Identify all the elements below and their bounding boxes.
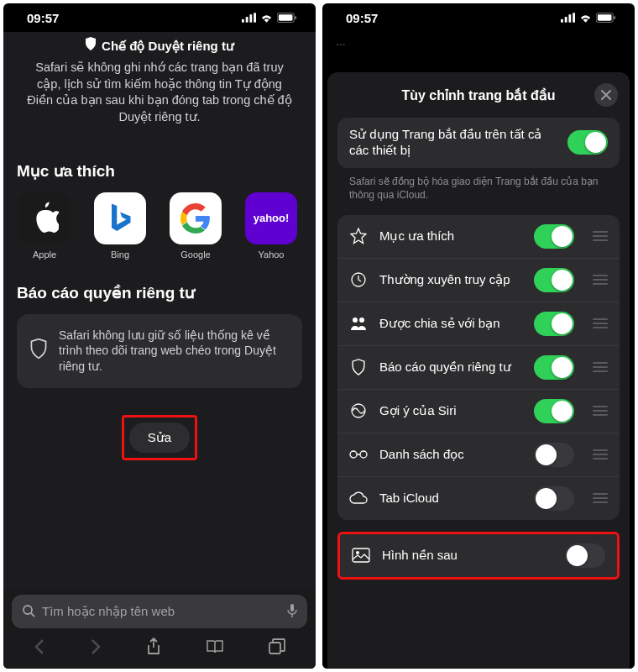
cellular-icon — [242, 11, 256, 25]
private-browsing-title: Chế độ Duyệt riêng tư — [27, 37, 292, 55]
favorite-bing[interactable]: Bing — [92, 192, 148, 260]
row-reading-list[interactable]: Danh sách đọc — [337, 433, 620, 476]
svg-rect-0 — [242, 18, 244, 22]
svg-line-8 — [31, 613, 34, 617]
svg-point-22 — [350, 451, 357, 458]
svg-point-23 — [360, 451, 367, 458]
privacy-heading: Báo cáo quyền riêng tư — [17, 283, 302, 302]
svg-rect-11 — [561, 18, 563, 22]
row-label: Mục ưa thích — [379, 228, 522, 244]
svg-rect-10 — [269, 643, 280, 654]
address-bar[interactable]: Tìm hoặc nhập tên web — [12, 595, 307, 628]
svg-rect-5 — [279, 14, 293, 20]
drag-handle-icon[interactable] — [593, 318, 608, 328]
bottom-toolbar: Tìm hoặc nhập tên web — [3, 588, 316, 669]
svg-rect-1 — [246, 17, 248, 23]
forward-button[interactable] — [90, 638, 102, 659]
drag-handle-icon[interactable] — [593, 449, 608, 459]
favorite-label: Yahoo — [243, 249, 299, 260]
row-icloud-tabs[interactable]: Tab iCloud — [337, 476, 620, 520]
shield-icon — [349, 359, 368, 375]
bookmarks-button[interactable] — [206, 639, 224, 658]
sync-label: Sử dụng Trang bắt đầu trên tất cả các th… — [349, 127, 556, 159]
favorites-row: Apple Bing Google yahoo! Yahoo — [17, 192, 302, 260]
favorite-yahoo[interactable]: yahoo! Yahoo — [243, 192, 299, 260]
favorite-label: Google — [168, 249, 223, 260]
toggle-shared[interactable] — [534, 312, 574, 336]
people-icon — [349, 316, 368, 331]
svg-point-25 — [356, 551, 359, 554]
favorite-label: Bing — [92, 249, 148, 260]
drag-handle-icon[interactable] — [593, 362, 608, 372]
privacy-report-card[interactable]: Safari không lưu giữ số liệu thống kê về… — [17, 314, 302, 389]
row-frequently-visited[interactable]: Thường xuyên truy cập — [337, 258, 620, 302]
wifi-icon — [259, 11, 274, 25]
share-button[interactable] — [146, 638, 161, 659]
row-label: Tab iCloud — [379, 491, 522, 507]
svg-rect-2 — [249, 14, 252, 22]
toggle-sync[interactable] — [567, 130, 608, 155]
toggle-reading-list[interactable] — [534, 443, 574, 467]
toggle-icloud-tabs[interactable] — [534, 486, 574, 511]
background-hint: ··· — [322, 32, 635, 55]
row-siri-suggestions[interactable]: Gợi ý của Siri — [337, 389, 620, 433]
customize-sheet: Tùy chỉnh trang bắt đầu Sử dụng Trang bắ… — [327, 72, 630, 669]
row-label: Được chia sẻ với bạn — [379, 316, 522, 332]
mic-icon[interactable] — [287, 603, 297, 621]
yahoo-text: yahoo! — [254, 212, 290, 224]
status-bar: 09:57 — [3, 3, 316, 32]
clock: 09:57 — [27, 11, 59, 25]
svg-rect-17 — [614, 16, 615, 19]
private-title-text: Chế độ Duyệt riêng tư — [102, 38, 234, 55]
svg-rect-12 — [565, 17, 567, 23]
shield-icon — [85, 37, 97, 55]
apple-icon — [18, 192, 71, 244]
toggle-favorites[interactable] — [534, 224, 574, 249]
sheet-header: Tùy chỉnh trang bắt đầu — [337, 72, 620, 118]
start-page: Chế độ Duyệt riêng tư Safari sẽ không gh… — [3, 32, 316, 669]
svg-rect-6 — [295, 16, 296, 19]
bing-icon — [94, 192, 146, 244]
favorite-apple[interactable]: Apple — [17, 192, 72, 260]
clock: 09:57 — [346, 11, 378, 25]
close-button[interactable] — [594, 83, 618, 107]
clock-icon — [349, 271, 368, 288]
tabs-button[interactable] — [269, 638, 285, 659]
highlight-edit: Sửa — [122, 415, 197, 460]
row-shared-with-you[interactable]: Được chia sẻ với bạn — [337, 302, 620, 345]
favorites-heading: Mục ưa thích — [17, 161, 302, 181]
drag-handle-icon[interactable] — [593, 406, 608, 416]
toggle-frequent[interactable] — [534, 268, 574, 292]
sections-group: Mục ưa thích Thường xuyên truy cập Được … — [337, 215, 620, 520]
row-favorites[interactable]: Mục ưa thích — [337, 215, 620, 258]
start-page-bg: ··· Tùy chỉnh trang bắt đầu Sử dụng Tran… — [322, 32, 635, 669]
drag-handle-icon[interactable] — [593, 275, 608, 285]
glasses-icon — [349, 449, 368, 459]
svg-point-7 — [24, 606, 32, 614]
favorite-google[interactable]: Google — [168, 192, 223, 260]
yahoo-icon: yahoo! — [245, 192, 297, 244]
close-icon — [601, 90, 611, 100]
svg-rect-9 — [290, 604, 294, 612]
toggle-privacy[interactable] — [534, 355, 574, 380]
drag-handle-icon[interactable] — [593, 493, 608, 503]
background-group-highlighted: Hình nền sau — [337, 532, 620, 580]
svg-point-20 — [359, 318, 364, 323]
row-sync[interactable]: Sử dụng Trang bắt đầu trên tất cả các th… — [337, 118, 620, 168]
drag-handle-icon[interactable] — [593, 231, 608, 241]
toggle-siri[interactable] — [534, 399, 574, 423]
sync-hint: Safari sẽ đồng bộ hóa giao diện Trang bắ… — [337, 168, 620, 215]
status-indicators — [242, 11, 297, 25]
sync-group: Sử dụng Trang bắt đầu trên tất cả các th… — [337, 118, 620, 168]
private-browsing-card: Chế độ Duyệt riêng tư Safari sẽ không gh… — [17, 32, 302, 138]
row-label: Báo cáo quyền riêng tư — [379, 360, 522, 375]
siri-icon — [349, 402, 368, 419]
toggle-background[interactable] — [565, 543, 605, 568]
row-background-image[interactable]: Hình nền sau — [340, 534, 617, 577]
row-label: Danh sách đọc — [379, 447, 522, 463]
row-privacy-report[interactable]: Báo cáo quyền riêng tư — [337, 345, 620, 389]
back-button[interactable] — [34, 638, 45, 659]
image-icon — [352, 548, 370, 563]
search-icon — [22, 604, 35, 620]
edit-button[interactable]: Sửa — [129, 423, 190, 453]
